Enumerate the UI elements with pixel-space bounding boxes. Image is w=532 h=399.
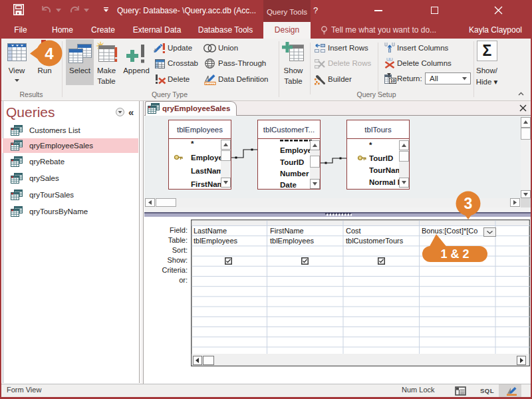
svg-text:3: 3 [464, 195, 473, 212]
svg-text:1 & 2: 1 & 2 [440, 247, 469, 261]
svg-text:10: 10 [390, 78, 396, 83]
svg-text:4: 4 [45, 45, 54, 63]
